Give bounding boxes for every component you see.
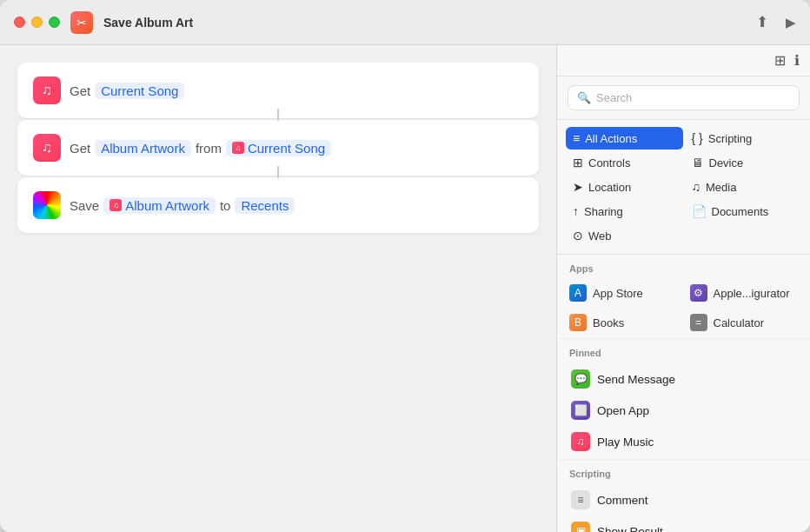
pinned-play-music-label: Play Music <box>597 436 654 449</box>
cat-controls-icon: ⊞ <box>573 156 583 170</box>
cat-web-label: Web <box>588 229 612 243</box>
music-icon: ♫ <box>33 76 61 104</box>
action-text-2: Get Album Artwork from ♫ Current Song <box>70 140 331 156</box>
cat-all-label: All Actions <box>585 132 637 145</box>
actions-list: Apps A App Store ⚙ Apple...igurator B Bo… <box>557 255 810 532</box>
send-message-icon: 💬 <box>571 369 590 389</box>
apps-section-label: Apps <box>557 255 810 277</box>
pill-album-artwork-2[interactable]: ♫ Album Artwork <box>103 197 216 214</box>
app-item-calculator[interactable]: = Calculator <box>685 309 804 336</box>
categories-grid: ≡ All Actions { } Scripting ⊞ Controls 🖥… <box>557 120 810 255</box>
pinned-send-message[interactable]: 💬 Send Message <box>564 363 803 395</box>
search-bar: 🔍 <box>557 76 810 120</box>
scripting-comment-label: Comment <box>597 494 648 507</box>
open-app-icon: ⬜ <box>571 401 590 420</box>
app-item-books[interactable]: B Books <box>564 309 683 336</box>
app-appstore-label: App Store <box>593 287 643 300</box>
connector-from: from <box>196 141 222 156</box>
app-item-configurator[interactable]: ⚙ Apple...igurator <box>685 279 804 307</box>
cat-media-icon: ♫ <box>692 180 701 194</box>
play-button[interactable]: ▶ <box>786 15 796 30</box>
play-music-icon: ♫ <box>571 432 590 451</box>
cat-documents-icon: 📄 <box>692 204 707 218</box>
pill-album-artwork[interactable]: Album Artwork <box>95 140 191 156</box>
share-button[interactable]: ⬆ <box>756 13 768 31</box>
cat-device-icon: 🖥 <box>692 156 704 170</box>
cat-device[interactable]: 🖥 Device <box>685 151 802 174</box>
cat-all-icon: ≡ <box>573 131 580 145</box>
pinned-list: 💬 Send Message ⬜ Open App ♫ Play Music <box>557 362 810 460</box>
info-button[interactable]: ℹ <box>794 52 800 69</box>
main-window: ✂ Save Album Art ⬆ ▶ ♫ Get Current Song … <box>0 0 810 532</box>
configurator-icon: ⚙ <box>690 284 707 302</box>
actions-panel: ⊞ ℹ 🔍 ≡ All Actions { } Scripting <box>556 45 810 532</box>
workflow-panel: ♫ Get Current Song ♫ Get Album Artwork f… <box>0 45 556 532</box>
cat-scripting-label: Scripting <box>708 132 753 145</box>
connector-to: to <box>220 198 231 213</box>
window-title: Save Album Art <box>103 16 193 30</box>
scripting-section-label: Scripting <box>557 460 810 482</box>
verb-1: Get <box>70 83 90 98</box>
traffic-lights <box>14 17 60 28</box>
search-input-wrap[interactable]: 🔍 <box>568 85 800 110</box>
cat-documents-label: Documents <box>712 205 769 218</box>
cat-scripting-icon: { } <box>692 131 703 145</box>
pill-current-song-2[interactable]: ♫ Current Song <box>226 140 331 156</box>
cat-all-actions[interactable]: ≡ All Actions <box>566 127 683 150</box>
pinned-open-app-label: Open App <box>597 404 649 417</box>
panel-header-buttons: ⊞ ℹ <box>557 45 810 76</box>
music-icon-2: ♫ <box>33 134 61 162</box>
search-icon: 🔍 <box>577 91 591 104</box>
apps-grid: A App Store ⚙ Apple...igurator B Books =… <box>557 277 810 339</box>
minimize-button[interactable] <box>31 17 43 28</box>
cat-documents[interactable]: 📄 Documents <box>685 200 802 223</box>
calculator-icon: = <box>690 314 707 331</box>
titlebar-actions: ⬆ ▶ <box>756 13 796 31</box>
titlebar: ✂ Save Album Art ⬆ ▶ <box>0 0 810 45</box>
scripting-show-result-label: Show Result <box>597 525 663 533</box>
verb-3: Save <box>70 198 99 213</box>
app-books-label: Books <box>593 316 624 329</box>
pill-current-song[interactable]: Current Song <box>95 83 184 99</box>
pinned-send-message-label: Send Message <box>597 373 675 386</box>
action-text-3: Save ♫ Album Artwork to Recents <box>70 197 295 214</box>
close-button[interactable] <box>14 17 25 28</box>
cat-media-label: Media <box>706 181 736 194</box>
pinned-open-app[interactable]: ⬜ Open App <box>564 395 803 426</box>
content-area: ♫ Get Current Song ♫ Get Album Artwork f… <box>0 45 810 532</box>
cat-scripting[interactable]: { } Scripting <box>685 127 802 150</box>
cat-device-label: Device <box>709 156 744 170</box>
cat-location-icon: ➤ <box>573 180 583 194</box>
cat-controls-label: Controls <box>588 156 630 170</box>
action-text-1: Get Current Song <box>70 83 184 99</box>
scripting-comment[interactable]: ≡ Comment <box>564 484 803 515</box>
pill-music-icon: ♫ <box>232 142 244 154</box>
books-icon: B <box>569 314 587 331</box>
comment-icon: ≡ <box>571 490 590 509</box>
photos-icon <box>33 191 61 219</box>
maximize-button[interactable] <box>49 17 60 28</box>
appstore-icon: A <box>569 284 587 302</box>
pinned-play-music[interactable]: ♫ Play Music <box>564 426 803 457</box>
cat-sharing-icon: ↑ <box>573 204 579 218</box>
cat-controls[interactable]: ⊞ Controls <box>566 151 683 174</box>
cat-location-label: Location <box>588 181 631 194</box>
pinned-section-label: Pinned <box>557 339 810 362</box>
scripting-list: ≡ Comment ▣ Show Result ⚠ Show Alert ? A… <box>557 482 810 532</box>
pill-music-icon-2: ♫ <box>110 199 122 211</box>
cat-sharing[interactable]: ↑ Sharing <box>566 200 683 223</box>
scripting-show-result[interactable]: ▣ Show Result <box>564 515 803 532</box>
cat-media[interactable]: ♫ Media <box>685 176 802 198</box>
search-input[interactable] <box>596 91 790 104</box>
pill-recents[interactable]: Recents <box>235 197 295 214</box>
cat-location[interactable]: ➤ Location <box>566 176 683 198</box>
app-item-appstore[interactable]: A App Store <box>564 279 683 307</box>
show-result-icon: ▣ <box>571 522 590 532</box>
cat-sharing-label: Sharing <box>584 205 623 218</box>
cat-web[interactable]: ⊙ Web <box>566 224 683 247</box>
app-icon: ✂ <box>70 11 93 34</box>
app-configurator-label: Apple...igurator <box>714 287 790 300</box>
verb-2: Get <box>70 141 90 156</box>
add-button[interactable]: ⊞ <box>774 52 786 69</box>
action-save-album-artwork[interactable]: Save ♫ Album Artwork to Recents <box>17 177 539 233</box>
